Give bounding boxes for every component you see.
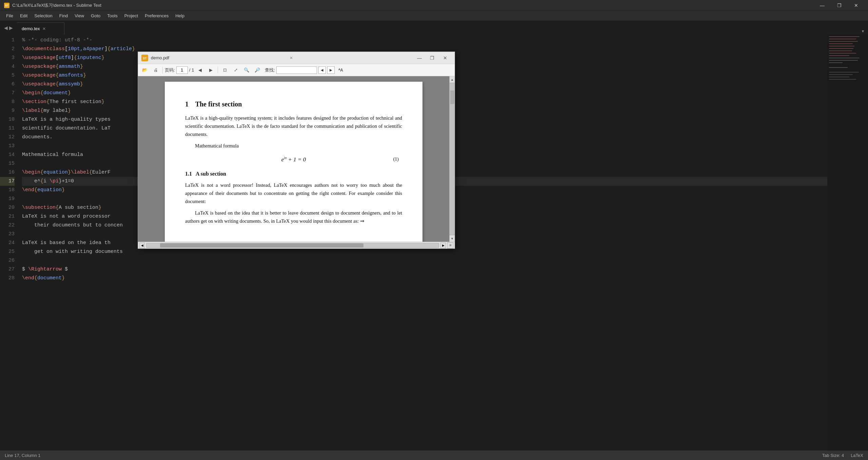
svg-rect-8 — [829, 53, 856, 54]
minimize-button[interactable]: — — [814, 0, 830, 11]
svg-rect-7 — [829, 51, 852, 51]
pdf-formula-block: eiπ + 1 = 0 (1) — [185, 155, 402, 164]
pdf-vertical-scrollbar[interactable]: ▲ ▼ — [449, 76, 455, 242]
svg-rect-6 — [829, 48, 853, 49]
pdf-search-input[interactable] — [276, 66, 317, 74]
pdf-fit-button[interactable]: ⊡ — [220, 66, 230, 75]
sidebar-toggle[interactable]: ◀ ▶ — [0, 21, 17, 35]
menu-goto[interactable]: Goto — [87, 12, 104, 20]
status-language[interactable]: LaTeX — [851, 453, 863, 458]
svg-rect-4 — [829, 43, 853, 44]
pdf-bottom-bar: ◀ ▶ ⊞ — [138, 242, 455, 248]
pdf-page-box: 页码: / 1 — [165, 66, 194, 74]
svg-rect-12 — [829, 62, 843, 63]
pdf-zoom-in-button[interactable]: 🔎 — [253, 66, 262, 75]
toolbar-sep-2 — [218, 67, 218, 74]
pdf-title-bar: ST demo.pdf ✕ — ❐ ✕ — [138, 52, 455, 64]
pdf-search-next-button[interactable]: ▶ — [327, 66, 335, 74]
pdf-toolbar: 📂 🖨 页码: / 1 ◀ ▶ ⊡ ⤢ 🔍 🔎 查找: ◀ ▶ ᴬA — [138, 64, 455, 76]
pdf-hscroll-thumb[interactable] — [160, 243, 363, 247]
pdf-title-text: demo.pdf — [151, 55, 169, 60]
pdf-title-close-x[interactable]: ✕ — [287, 56, 296, 60]
tabs-bar: ◀ ▶ demo.tex ✕ ▼ — [0, 21, 868, 35]
window-controls[interactable]: — ❐ ✕ — [814, 0, 864, 11]
menu-help[interactable]: Help — [172, 12, 188, 20]
svg-rect-1 — [829, 36, 860, 37]
pdf-content: 1 The first section LaTeX is a high-qual… — [138, 76, 455, 242]
pdf-scroll-area[interactable]: 1 The first section LaTeX is a high-qual… — [138, 76, 449, 242]
status-left: Line 17, Column 1 — [5, 453, 41, 458]
svg-rect-9 — [829, 55, 849, 56]
pdf-page-input[interactable] — [176, 66, 188, 74]
menu-edit[interactable]: Edit — [17, 12, 31, 20]
pdf-scroll-down[interactable]: ▼ — [450, 235, 455, 242]
pdf-search-prev-button[interactable]: ◀ — [318, 66, 326, 74]
svg-rect-5 — [829, 46, 854, 46]
pdf-para-2: LaTeX is not a word processor! Instead, … — [185, 181, 402, 206]
close-button[interactable]: ✕ — [848, 0, 864, 11]
menu-selection[interactable]: Selection — [31, 12, 56, 20]
svg-rect-10 — [829, 58, 860, 58]
pdf-math-label: Mathematical formula — [185, 142, 402, 150]
pdf-print-button[interactable]: 🖨 — [151, 66, 160, 75]
pdf-horizontal-scrollbar[interactable] — [146, 243, 439, 248]
pdf-subsection-title: 1.1 A sub section — [185, 169, 402, 178]
svg-rect-0 — [827, 35, 868, 238]
line-numbers: 1 2 3 4 5 6 7 8 9 10 11 12 13 14 15 16 1… — [0, 35, 19, 451]
pdf-options-button[interactable]: ᴬA — [336, 66, 346, 75]
pdf-formula: eiπ + 1 = 0 — [281, 155, 306, 164]
svg-rect-17 — [829, 79, 856, 80]
pdf-fullscreen-button[interactable]: ⤢ — [231, 66, 240, 75]
tab-label: demo.tex — [22, 26, 40, 31]
pdf-title-left: ST demo.pdf — [141, 55, 169, 61]
pdf-open-button[interactable]: 📂 — [140, 66, 150, 75]
pdf-scroll-up[interactable]: ▲ — [450, 76, 455, 83]
menu-view[interactable]: View — [71, 12, 87, 20]
maximize-button[interactable]: ❐ — [831, 0, 847, 11]
code-line-27: $ \Rightarrow $ — [22, 265, 827, 274]
pdf-page-sep: / — [189, 67, 191, 73]
title-text: C:\LaTeX\LaTeX练习\demo.tex - Sublime Text — [12, 2, 101, 8]
menu-find[interactable]: Find — [56, 12, 71, 20]
svg-rect-16 — [829, 77, 849, 77]
pdf-search-label: 查找: — [265, 67, 275, 73]
title-bar-left: ST C:\LaTeX\LaTeX练习\demo.tex - Sublime T… — [4, 2, 101, 8]
pdf-page-total: 1 — [192, 67, 194, 73]
section-number: 1 — [185, 100, 189, 108]
pdf-formula-number: (1) — [393, 156, 399, 163]
pdf-scroll-thumb[interactable] — [450, 91, 454, 104]
menu-bar: File Edit Selection Find View Goto Tools… — [0, 11, 868, 21]
svg-rect-15 — [829, 74, 853, 75]
app-icon: ST — [4, 3, 9, 8]
status-right: Tab Size: 4 LaTeX — [822, 453, 863, 458]
pdf-prev-page-button[interactable]: ◀ — [195, 66, 205, 75]
pdf-para-3: LaTeX is based on the idea that it is be… — [185, 209, 402, 225]
pdf-close-button[interactable]: ✕ — [439, 53, 451, 63]
pdf-scroll-corner: ⊞ — [447, 242, 453, 248]
code-line-1: % -*- coding: utf-8 -*- — [22, 36, 827, 45]
svg-text:ST: ST — [143, 57, 147, 60]
svg-rect-14 — [829, 72, 859, 73]
pdf-minimize-button[interactable]: — — [413, 53, 426, 63]
menu-tools[interactable]: Tools — [104, 12, 121, 20]
pdf-maximize-button[interactable]: ❐ — [426, 53, 438, 63]
pdf-search-box: 查找: ◀ ▶ — [265, 66, 335, 74]
minimap — [827, 35, 868, 451]
code-line-26 — [22, 256, 827, 265]
pdf-hscroll-right-button[interactable]: ▶ — [440, 243, 446, 248]
status-tab-size[interactable]: Tab Size: 4 — [822, 453, 844, 458]
menu-file[interactable]: File — [3, 12, 17, 20]
pdf-viewer-window: ST demo.pdf ✕ — ❐ ✕ 📂 🖨 页码: / 1 ◀ ▶ ⊡ ⤢ … — [138, 52, 455, 249]
menu-preferences[interactable]: Preferences — [141, 12, 172, 20]
section-name: The first section — [195, 100, 242, 108]
pdf-page: 1 The first section LaTeX is a high-qual… — [165, 82, 422, 242]
tab-demo-tex[interactable]: demo.tex ✕ — [17, 22, 64, 35]
menu-project[interactable]: Project — [121, 12, 141, 20]
tab-close-button[interactable]: ✕ — [42, 26, 46, 31]
svg-rect-3 — [829, 41, 858, 42]
status-position: Line 17, Column 1 — [5, 453, 41, 458]
pdf-title-controls[interactable]: — ❐ ✕ — [413, 53, 451, 63]
pdf-zoom-out-button[interactable]: 🔍 — [242, 66, 251, 75]
pdf-hscroll-left-button[interactable]: ◀ — [139, 243, 145, 248]
pdf-next-page-button[interactable]: ▶ — [206, 66, 216, 75]
